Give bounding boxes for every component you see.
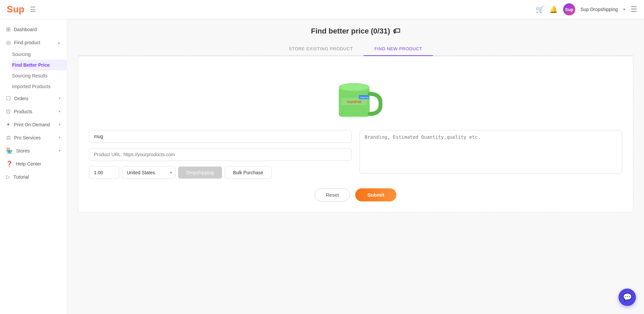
hamburger-icon[interactable]: ☰ bbox=[30, 5, 36, 13]
app-logo: Sup bbox=[7, 4, 24, 15]
sidebar-item-pro-services[interactable]: ⚖ Pro Services ▾ bbox=[0, 131, 67, 144]
bell-icon[interactable]: 🔔 bbox=[549, 5, 558, 13]
sidebar-label-dashboard: Dashboard bbox=[14, 27, 61, 32]
sidebar-item-find-better-price[interactable]: Find Better Price bbox=[12, 60, 67, 70]
main-menu-icon[interactable]: ☰ bbox=[631, 5, 637, 14]
sidebar-item-products[interactable]: ⊡ Products ▾ bbox=[0, 105, 67, 118]
notes-textarea[interactable] bbox=[360, 130, 622, 174]
tutorial-icon: ▷ bbox=[6, 174, 10, 180]
stores-icon: 🏪 bbox=[6, 147, 13, 154]
svg-text:shipping: shipping bbox=[360, 96, 368, 99]
bulk-purchase-button[interactable]: Bulk Purchase bbox=[225, 166, 272, 179]
imported-products-label: Imported Products bbox=[12, 84, 50, 89]
print-on-demand-icon: ✦ bbox=[6, 121, 10, 128]
form-actions: Reset Submit bbox=[89, 188, 622, 201]
avatar: Sup bbox=[563, 3, 575, 15]
sidebar-label-stores: Stores bbox=[16, 148, 55, 153]
sidebar-item-help-center[interactable]: ❓ Help Center bbox=[0, 157, 67, 170]
sidebar-label-print-on-demand: Print On Demand bbox=[14, 122, 55, 127]
sidebar-label-find-product: Find product bbox=[14, 40, 54, 45]
help-center-icon: ❓ bbox=[6, 161, 13, 167]
country-select-wrapper: United States United Kingdom Canada Aust… bbox=[122, 166, 175, 179]
sidebar-label-tutorial: Tutorial bbox=[13, 174, 61, 180]
svg-text:supdrop: supdrop bbox=[347, 100, 362, 104]
sidebar-item-imported-products[interactable]: Imported Products bbox=[12, 81, 67, 92]
tab-find-new[interactable]: FIND NEW PRODUCT bbox=[364, 42, 433, 56]
sourcing-results-label: Sourcing Results bbox=[12, 73, 48, 78]
orders-icon: ☐ bbox=[6, 95, 11, 102]
user-name[interactable]: Sup Dropshipping bbox=[581, 7, 618, 12]
sidebar-label-help-center: Help Center bbox=[16, 161, 61, 167]
form-card: supdrop shipping bbox=[78, 56, 633, 212]
sidebar-item-stores[interactable]: 🏪 Stores ▾ bbox=[0, 144, 67, 157]
quantity-input[interactable] bbox=[89, 166, 119, 179]
form-left-column: United States United Kingdom Canada Aust… bbox=[89, 130, 352, 179]
submit-button[interactable]: Submit bbox=[355, 188, 396, 201]
sourcing-label: Sourcing bbox=[12, 52, 31, 57]
page-title: Find better price (0/31) 🏷 bbox=[78, 27, 633, 36]
page-title-text: Find better price (0/31) bbox=[311, 27, 390, 36]
sidebar-label-orders: Orders bbox=[14, 96, 55, 101]
find-product-submenu: Sourcing Find Better Price Sourcing Resu… bbox=[0, 49, 67, 92]
pro-services-icon: ⚖ bbox=[6, 134, 11, 141]
chat-bubble[interactable]: 💬 bbox=[619, 289, 636, 306]
find-product-chevron: ▲ bbox=[57, 41, 61, 45]
find-better-price-label: Find Better Price bbox=[12, 62, 50, 68]
sidebar-item-find-product[interactable]: ◎ Find product ▲ bbox=[0, 36, 67, 49]
sidebar-item-dashboard[interactable]: ⊞ Dashboard bbox=[0, 23, 67, 36]
stores-chevron: ▾ bbox=[59, 148, 61, 153]
dashboard-icon: ⊞ bbox=[6, 26, 10, 33]
print-on-demand-chevron: ▾ bbox=[59, 122, 61, 127]
sidebar-label-pro-services: Pro Services bbox=[14, 135, 55, 140]
form-bottom-row: United States United Kingdom Canada Aust… bbox=[89, 166, 352, 179]
page-header: Find better price (0/31) 🏷 bbox=[78, 27, 633, 36]
sidebar-item-print-on-demand[interactable]: ✦ Print On Demand ▾ bbox=[0, 118, 67, 131]
reset-button[interactable]: Reset bbox=[315, 188, 350, 201]
pro-services-chevron: ▾ bbox=[59, 135, 61, 140]
main-content: Find better price (0/31) 🏷 STORE EXISTIN… bbox=[67, 19, 644, 314]
sidebar-item-tutorial[interactable]: ▷ Tutorial bbox=[0, 170, 67, 183]
sidebar-item-sourcing[interactable]: Sourcing bbox=[12, 49, 67, 60]
products-chevron: ▾ bbox=[59, 109, 61, 114]
price-tag-icon: 🏷 bbox=[393, 27, 400, 36]
orders-chevron: ▾ bbox=[59, 96, 61, 101]
find-product-icon: ◎ bbox=[6, 39, 11, 46]
sidebar: ⊞ Dashboard ◎ Find product ▲ Sourcing Fi… bbox=[0, 19, 67, 314]
sidebar-label-products: Products bbox=[14, 109, 55, 114]
form-right-column bbox=[360, 130, 622, 179]
top-navigation: Sup ☰ 🛒 🔔 Sup Sup Dropshipping ▾ ☰ bbox=[0, 0, 644, 19]
product-image-area: supdrop shipping bbox=[89, 67, 622, 121]
dropshipping-button[interactable]: Dropshipping bbox=[178, 167, 222, 179]
user-menu-chevron[interactable]: ▾ bbox=[623, 7, 625, 12]
chat-icon: 💬 bbox=[623, 293, 632, 302]
tab-bar: STORE EXISTING PRODUCT FIND NEW PRODUCT bbox=[78, 42, 633, 56]
cart-icon[interactable]: 🛒 bbox=[536, 5, 544, 13]
product-image: supdrop shipping bbox=[329, 67, 382, 121]
sidebar-item-orders[interactable]: ☐ Orders ▾ bbox=[0, 92, 67, 105]
svg-point-8 bbox=[341, 84, 368, 90]
country-select[interactable]: United States United Kingdom Canada Aust… bbox=[122, 166, 175, 179]
form-fields-row: United States United Kingdom Canada Aust… bbox=[89, 130, 622, 179]
tab-store-existing[interactable]: STORE EXISTING PRODUCT bbox=[278, 42, 364, 56]
sidebar-item-sourcing-results[interactable]: Sourcing Results bbox=[12, 70, 67, 81]
products-icon: ⊡ bbox=[6, 108, 10, 115]
product-url-input[interactable] bbox=[89, 148, 352, 161]
product-name-input[interactable] bbox=[89, 130, 352, 143]
